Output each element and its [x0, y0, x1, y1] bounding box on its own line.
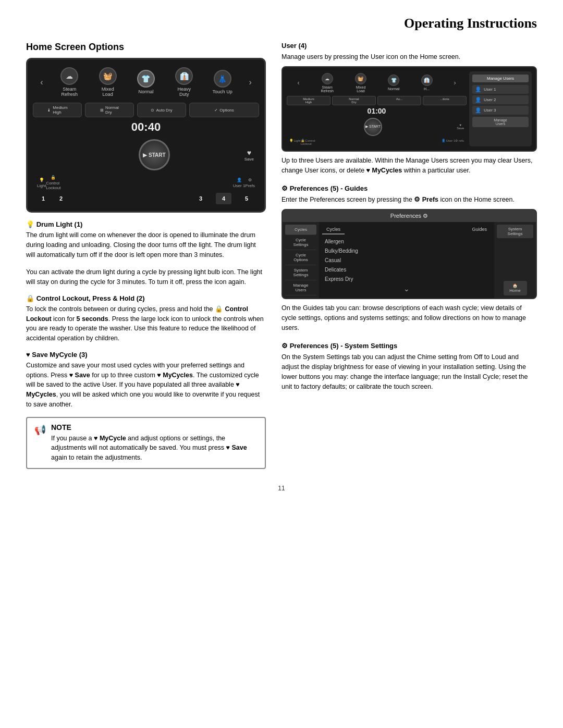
cycle-allergen[interactable]: Allergen [322, 238, 491, 245]
manage-users-btn[interactable]: ManageUsers [472, 117, 529, 127]
control-lockout-title: 🔒 Control Lockout, Press & Hold (2) [26, 294, 266, 302]
save-mycycle-section: ♥ Save MyCycle (3) Customize and save yo… [26, 351, 266, 410]
light-icon-btn[interactable]: 💡Light [37, 178, 46, 188]
opt-options[interactable]: ✓Options [189, 103, 259, 117]
number-label-1: 1 [35, 193, 51, 204]
number-label-3: 3 [193, 193, 209, 204]
control-lockout-btn[interactable]: 🔒ControlLockout [46, 175, 60, 190]
cycle-bulky[interactable]: Bulky/Bedding [322, 247, 491, 255]
prefs-system-body: On the System Settings tab you can adjus… [282, 352, 537, 391]
note-body: If you pause a ♥ MyCycle and adjust opti… [51, 434, 258, 463]
page-title: Operating Instructions [26, 16, 537, 31]
prefs-guides-description: On the Guides tab you can: browse descri… [282, 303, 537, 332]
drum-light-section: 💡 Drum Light (1) The drum light will com… [26, 220, 266, 287]
cycle-item-mixed[interactable]: 🧺 MixedLoad [93, 67, 122, 97]
prefs-sidebar-system-settings[interactable]: SystemSettings [285, 265, 316, 280]
number-label-4: 4 [216, 193, 231, 204]
user-btn[interactable]: 👤User 1 [233, 178, 246, 188]
small-start-btn[interactable]: ▶ START [364, 118, 382, 136]
cycle-express-dry[interactable]: Express Dry [322, 275, 491, 283]
prefs-screen: Preferences ⚙ Cycles CycleSettings Cycle… [282, 209, 537, 299]
prefs-title-bar: Preferences ⚙ [283, 210, 536, 222]
prefs-btn[interactable]: ⚙Prefs [245, 178, 255, 188]
cycle-item-steam[interactable]: ☁ SteamRefresh [55, 67, 84, 97]
note-title: NOTE [51, 423, 258, 431]
control-lockout-section: 🔒 Control Lockout, Press & Hold (2) To l… [26, 294, 266, 343]
drum-light-title: 💡 Drum Light (1) [26, 220, 266, 228]
save-mycycle-body: Customize and save your most used cycles… [26, 361, 266, 410]
manage-users-title: Manage Users [472, 75, 529, 82]
time-display: 00:40 [33, 120, 259, 134]
opt-auto-dry[interactable]: ⊙Auto Dry [137, 103, 186, 117]
control-lockout-icon: 🔒 [26, 294, 34, 302]
drum-light-body2: You can activate the drum light during a… [26, 267, 266, 287]
next-arrow[interactable]: › [246, 75, 254, 90]
cycle-item-touchup[interactable]: 👗 Touch Up [208, 70, 237, 94]
number-label-2: 2 [53, 193, 69, 204]
user3-icon: 👤 [475, 107, 481, 113]
preferences-guides-section: ⚙ Preferences (5) - Guides Enter the Pre… [282, 184, 537, 332]
prefs-guides-body: Enter the Preferences screen by pressing… [282, 195, 537, 205]
user-body: Manage users by pressing the User icon o… [282, 52, 537, 62]
prefs-sidebar-cycle-options[interactable]: CycleOptions [285, 250, 316, 265]
user-screen: ‹ ☁ SteamRefresh 🧺 MixedLoad 👕 Normal [282, 66, 537, 152]
drum-light-body1: The drum light will come on whenever the… [26, 230, 266, 260]
cycle-item-normal[interactable]: 👕 Normal [131, 70, 160, 94]
cycle-casual[interactable]: Casual [322, 256, 491, 264]
note-icon: 📢 [34, 424, 46, 436]
prefs-sidebar-manage-users[interactable]: ManageUsers [285, 280, 316, 295]
prefs-system-title: ⚙ Preferences (5) - System Settings [282, 342, 537, 350]
save-mycycle-title: ♥ Save MyCycle (3) [26, 351, 266, 359]
prefs-sidebar-cycles[interactable]: Cycles [285, 225, 316, 235]
prefs-system-settings-btn[interactable]: SystemSettings [497, 225, 533, 238]
user-section: User (4) Manage users by pressing the Us… [282, 42, 537, 175]
user-title: User (4) [282, 42, 537, 50]
prefs-tab-cycles[interactable]: Cycles [322, 225, 345, 235]
control-lockout-body: To lock the controls between or during c… [26, 304, 266, 343]
note-box: 📢 NOTE If you pause a ♥ MyCycle and adju… [26, 417, 266, 469]
number-label-5: 5 [239, 193, 254, 204]
user-item-3[interactable]: 👤 User 3 [472, 106, 529, 115]
prefs-icon: ⚙ [282, 184, 288, 192]
drum-light-icon: 💡 [26, 220, 34, 228]
prefs-guides-title: ⚙ Preferences (5) - Guides [282, 184, 537, 192]
heart-icon: ♥ [26, 351, 30, 359]
opt-medium-high[interactable]: 🌡MediumHigh [33, 103, 82, 117]
manage-users-panel: Manage Users 👤 User 1 👤 User 2 👤 User 3 … [469, 71, 532, 146]
save-button[interactable]: ♥ Save [244, 149, 254, 162]
user2-icon: 👤 [475, 97, 481, 103]
cycle-item-heavy[interactable]: 👔 HeavyDuty [170, 67, 199, 97]
start-button[interactable]: ▶ START [139, 139, 170, 170]
cycle-delicates[interactable]: Delicates [322, 266, 491, 274]
user-screen-time: 01:00 [287, 107, 467, 115]
user-item-1[interactable]: 👤 User 1 [472, 85, 529, 94]
prefs-chevron-down[interactable]: ⌄ [322, 283, 491, 294]
prefs-system-icon: ⚙ [282, 342, 288, 350]
user-item-2[interactable]: 👤 User 2 [472, 95, 529, 104]
user1-icon: 👤 [475, 87, 481, 92]
section-title: Home Screen Options [26, 42, 266, 53]
prev-arrow[interactable]: ‹ [38, 75, 45, 90]
page-number: 11 [26, 485, 537, 492]
prefs-sidebar-cycle-settings[interactable]: CycleSettings [285, 235, 316, 250]
prefs-tab-guides[interactable]: Guides [468, 225, 491, 235]
washer-screen: ‹ ☁ SteamRefresh 🧺 MixedLoad 👕 Normal 👔 … [26, 58, 266, 213]
opt-normal-dry[interactable]: ⊞NormalDry [85, 103, 134, 117]
prefs-home-btn[interactable]: 🏠Home [504, 281, 527, 295]
preferences-system-section: ⚙ Preferences (5) - System Settings On t… [282, 342, 537, 391]
user-description: Up to three Users are available. Within … [282, 156, 537, 176]
